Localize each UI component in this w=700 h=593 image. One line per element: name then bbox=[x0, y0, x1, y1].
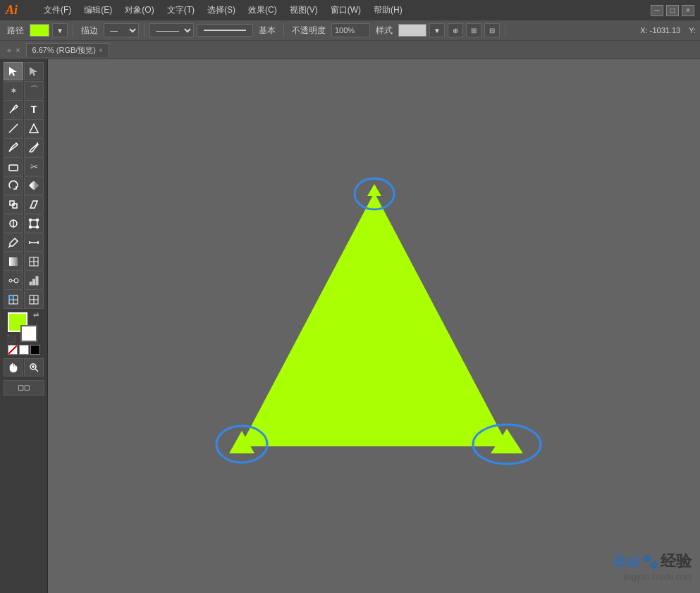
tool-row-eyedropper bbox=[4, 233, 44, 252]
lasso-tool[interactable]: ⌒ bbox=[24, 81, 44, 99]
svg-point-26 bbox=[9, 279, 12, 282]
menu-text[interactable]: 文字(T) bbox=[161, 3, 200, 18]
white-swatch[interactable] bbox=[19, 345, 29, 355]
menu-object[interactable]: 对象(O) bbox=[119, 3, 159, 18]
background-color[interactable] bbox=[20, 325, 37, 342]
zoom-tool[interactable] bbox=[24, 358, 44, 377]
maximize-button[interactable]: □ bbox=[666, 5, 679, 16]
black-swatch[interactable] bbox=[30, 345, 40, 355]
svg-rect-8 bbox=[10, 201, 14, 205]
pencil-tool[interactable] bbox=[4, 138, 23, 157]
svg-line-40 bbox=[35, 369, 38, 372]
reflect-tool[interactable] bbox=[24, 176, 44, 195]
chart-tool[interactable] bbox=[24, 271, 44, 290]
blend-tool[interactable] bbox=[4, 271, 23, 290]
toolbar-sep-1 bbox=[73, 23, 73, 37]
line-tool[interactable] bbox=[4, 119, 23, 137]
global-settings-icon[interactable]: ⊕ bbox=[448, 23, 463, 37]
brush-tool[interactable] bbox=[24, 138, 44, 157]
stroke-dropdown[interactable]: — bbox=[104, 23, 139, 37]
svg-marker-3 bbox=[30, 124, 38, 133]
rotate-tool[interactable] bbox=[4, 176, 23, 195]
anchor-top-indicator bbox=[367, 184, 381, 196]
selection-tool[interactable] bbox=[4, 62, 23, 80]
menu-edit[interactable]: 编辑(E) bbox=[78, 3, 118, 18]
svg-rect-9 bbox=[13, 204, 17, 208]
fill-color-box[interactable] bbox=[30, 24, 49, 37]
main-area: ✶ ⌒ T bbox=[0, 59, 700, 593]
svg-rect-44 bbox=[25, 386, 29, 390]
gradient-tool[interactable] bbox=[4, 252, 23, 271]
shear-tool[interactable] bbox=[24, 195, 44, 214]
color-swatches[interactable]: ⇄ ⬛ bbox=[8, 312, 37, 342]
mesh-tool[interactable] bbox=[24, 252, 44, 271]
menu-file[interactable]: 文件(F) bbox=[38, 3, 77, 18]
swap-colors-icon[interactable]: ⇄ bbox=[33, 311, 39, 319]
eyedropper-tool[interactable] bbox=[4, 233, 23, 252]
triangle-svg[interactable] bbox=[198, 171, 551, 482]
toolbar-sep-2 bbox=[144, 23, 145, 37]
document-tab[interactable]: 6.67% (RGB/预览) × bbox=[26, 43, 109, 57]
close-button[interactable]: × bbox=[682, 5, 694, 16]
svg-rect-43 bbox=[18, 386, 23, 390]
opacity-input[interactable] bbox=[331, 23, 370, 37]
watermark-suffix: 经验 bbox=[661, 551, 692, 572]
tool-row-eraser: ✂ bbox=[4, 157, 44, 176]
watermark-bai: Bai bbox=[614, 551, 640, 571]
style-color-box[interactable] bbox=[398, 24, 426, 37]
tab-label: 6.67% (RGB/预览) bbox=[32, 45, 96, 56]
measure-tool[interactable] bbox=[24, 233, 44, 252]
tool-row-rotate bbox=[4, 176, 44, 195]
menu-select[interactable]: 选择(S) bbox=[202, 3, 241, 18]
shape-tool[interactable] bbox=[24, 119, 44, 137]
canvas-area[interactable]: Bai 🐾 经验 jingyan.baidu.com bbox=[48, 59, 700, 593]
stroke-style-dropdown[interactable]: ——— bbox=[149, 23, 194, 37]
direct-selection-tool[interactable] bbox=[24, 62, 44, 80]
svg-rect-22 bbox=[9, 257, 18, 266]
tool-row-warp bbox=[4, 214, 44, 233]
fill-options-icon[interactable]: ▼ bbox=[52, 23, 68, 37]
stroke-preview bbox=[197, 24, 253, 37]
slice-tool[interactable] bbox=[4, 291, 23, 309]
menu-bar: 文件(F) 编辑(E) 对象(O) 文字(T) 选择(S) 效果(C) 视图(V… bbox=[38, 3, 642, 18]
transform-icon[interactable]: ⊟ bbox=[484, 23, 500, 37]
svg-point-27 bbox=[14, 279, 18, 283]
pen-tool[interactable] bbox=[4, 100, 23, 118]
title-bar: Ai 文件(F) 编辑(E) 对象(O) 文字(T) 选择(S) 效果(C) 视… bbox=[0, 0, 700, 20]
tab-close-btn[interactable]: × bbox=[99, 47, 103, 54]
extra-tools-area bbox=[4, 380, 44, 396]
menu-help[interactable]: 帮助(H) bbox=[368, 3, 408, 18]
svg-rect-35 bbox=[9, 295, 13, 300]
scissors-tool[interactable]: ✂ bbox=[24, 157, 44, 176]
menu-view[interactable]: 视图(V) bbox=[284, 3, 324, 18]
tab-bar: « × 6.67% (RGB/预览) × bbox=[0, 41, 700, 59]
text-tool[interactable]: T bbox=[24, 100, 44, 118]
free-transform-tool[interactable] bbox=[24, 214, 44, 233]
svg-rect-30 bbox=[33, 279, 35, 285]
eraser-tool[interactable] bbox=[4, 157, 23, 176]
style-options-icon[interactable]: ▼ bbox=[429, 23, 445, 37]
scale-tool[interactable] bbox=[4, 195, 23, 214]
menu-effect[interactable]: 效果(C) bbox=[242, 3, 283, 18]
app-logo: Ai bbox=[6, 3, 30, 18]
panel-close-btn[interactable]: × bbox=[16, 46, 20, 54]
path-label: 路径 bbox=[4, 25, 27, 37]
align-icon[interactable]: ⊞ bbox=[466, 23, 481, 37]
svg-marker-7 bbox=[35, 183, 38, 188]
artboard-tool[interactable] bbox=[4, 380, 44, 396]
no-fill-swatch[interactable] bbox=[8, 345, 18, 355]
menu-window[interactable]: 窗口(W) bbox=[325, 3, 367, 18]
tool-row-magic: ✶ ⌒ bbox=[4, 81, 44, 99]
tool-row-pen: T bbox=[4, 100, 44, 118]
hand-tool[interactable] bbox=[4, 358, 23, 377]
watermark: Bai 🐾 经验 jingyan.baidu.com bbox=[614, 551, 692, 582]
slice-select-tool[interactable] bbox=[24, 291, 44, 309]
minimize-button[interactable]: ─ bbox=[651, 5, 663, 16]
magic-wand-tool[interactable]: ✶ bbox=[4, 81, 23, 99]
tool-row-slice bbox=[4, 291, 44, 309]
svg-marker-6 bbox=[30, 183, 32, 188]
reset-colors-icon[interactable]: ⬛ bbox=[6, 334, 16, 343]
color-mode-row bbox=[8, 345, 40, 355]
panel-collapse-btn[interactable]: « bbox=[7, 46, 11, 54]
warp-tool[interactable] bbox=[4, 214, 23, 233]
